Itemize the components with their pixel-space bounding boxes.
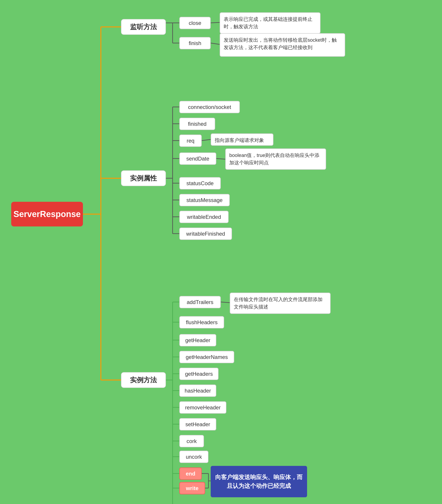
diagram-container: ServerResponse 监听方法 实例属性 实例方法 close fini… — [0, 0, 442, 504]
svg-line-22 — [216, 159, 225, 159]
getheader-node: getHeader — [179, 334, 216, 346]
writableended-label: writableEnded — [187, 214, 221, 220]
finish-node: finish — [179, 37, 211, 49]
setheader-label: setHeader — [185, 421, 210, 428]
close-desc: 表示响应已完成，或其基础连接提前终止时，触发该方法 — [220, 12, 320, 34]
getheadernames-node: getHeaderNames — [179, 351, 234, 363]
svg-line-40 — [221, 302, 230, 303]
close-desc-text: 表示响应已完成，或其基础连接提前终止时，触发该方法 — [224, 16, 312, 29]
root-label: ServerResponse — [14, 209, 81, 219]
category-prop-label: 实例属性 — [130, 174, 157, 183]
senddate-desc: boolean值，true则代表自动在响应头中添加这个响应时间点 — [225, 148, 326, 170]
addtrailers-desc: 在传输文件流时在写入的文件流尾部添加文件响应头描述 — [230, 293, 331, 314]
writablefinished-label: writableFinished — [186, 231, 225, 237]
connection-node: connection/socket — [179, 101, 240, 113]
hasheader-label: hasHeader — [185, 388, 211, 394]
addtrailers-label: addTrailers — [187, 299, 213, 305]
root-node: ServerResponse — [11, 202, 83, 226]
close-label: close — [189, 20, 201, 26]
hasheader-node: hasHeader — [179, 384, 216, 397]
flushheaders-label: flushHeaders — [186, 319, 217, 325]
endwrite-desc: 向客户端发送响应头、响应体，而且认为这个动作已经完成 — [211, 466, 307, 497]
uncork-label: uncork — [186, 454, 202, 460]
category-method-label: 实例方法 — [130, 376, 157, 385]
req-label: req — [187, 138, 194, 144]
finish-desc: 发送响应时发出，当将动作转移给底层socket时，触发该方法，这不代表着客户端已… — [220, 33, 345, 57]
connector-lines — [0, 0, 442, 504]
category-listen-label: 监听方法 — [130, 22, 157, 32]
statusmsg-label: statusMessage — [186, 197, 223, 203]
removeheader-node: removeHeader — [179, 401, 226, 414]
category-listen: 监听方法 — [121, 19, 166, 35]
getheaders-label: getHeaders — [185, 371, 213, 377]
finish-label: finish — [189, 40, 201, 46]
addtrailers-desc-text: 在传输文件流时在写入的文件流尾部添加文件响应头描述 — [234, 297, 322, 310]
close-node: close — [179, 17, 211, 29]
finished-label: finished — [188, 121, 207, 127]
end-node: end — [179, 468, 202, 480]
category-method: 实例方法 — [121, 372, 166, 388]
getheaders-node: getHeaders — [179, 368, 218, 380]
getheadernames-label: getHeaderNames — [186, 354, 228, 360]
senddate-label: sendDate — [186, 156, 209, 162]
req-node: req — [179, 135, 202, 147]
cork-label: cork — [186, 438, 196, 444]
getheader-label: getHeader — [185, 337, 210, 343]
endwrite-desc-text: 向客户端发送响应头、响应体，而且认为这个动作已经完成 — [215, 473, 303, 490]
req-desc-text: 指向源客户端请求对象 — [215, 137, 264, 143]
svg-line-9 — [211, 22, 220, 23]
writablefinished-node: writableFinished — [179, 228, 232, 240]
cork-node: cork — [179, 435, 204, 447]
setheader-node: setHeader — [179, 418, 216, 431]
uncork-node: uncork — [179, 451, 209, 463]
write-label: write — [186, 485, 198, 491]
senddate-desc-text: boolean值，true则代表自动在响应头中添加这个响应时间点 — [229, 152, 319, 165]
connection-label: connection/socket — [188, 104, 231, 110]
senddate-node: sendDate — [179, 152, 216, 165]
finished-node: finished — [179, 118, 215, 130]
flushheaders-node: flushHeaders — [179, 316, 224, 328]
removeheader-label: removeHeader — [185, 404, 221, 411]
addtrailers-node: addTrailers — [179, 296, 221, 308]
statuscode-node: statusCode — [179, 177, 221, 189]
statuscode-label: statusCode — [186, 180, 213, 186]
statusmsg-node: statusMessage — [179, 194, 230, 206]
write-node: write — [179, 482, 205, 494]
svg-line-10 — [211, 43, 220, 44]
category-prop: 实例属性 — [121, 170, 166, 186]
finish-desc-text: 发送响应时发出，当将动作转移给底层socket时，触发该方法，这不代表着客户端已… — [224, 37, 337, 50]
writableended-node: writableEnded — [179, 211, 229, 223]
end-label: end — [186, 471, 195, 477]
req-desc: 指向源客户端请求对象 — [211, 133, 273, 146]
svg-line-21 — [202, 140, 211, 141]
